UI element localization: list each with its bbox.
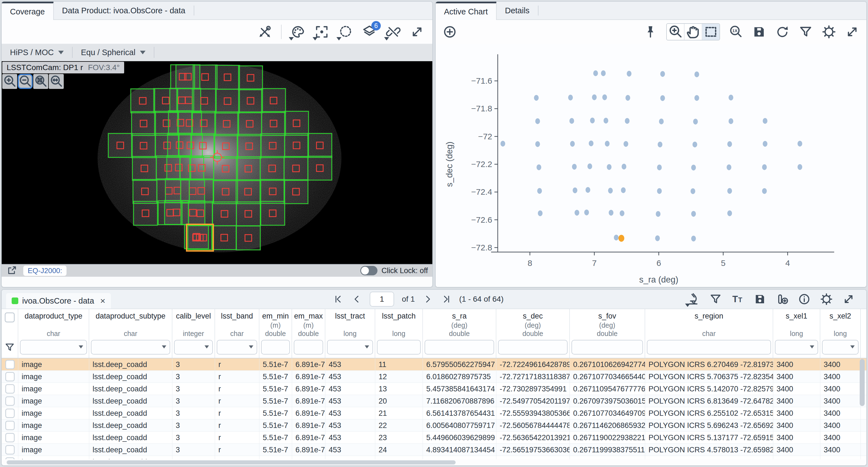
pan-hand-icon[interactable] — [685, 24, 702, 40]
hips-moc-dropdown[interactable]: HiPS / MOC — [2, 47, 72, 58]
column-name[interactable]: em_max — [294, 312, 323, 321]
row-checkbox[interactable] — [5, 433, 15, 442]
text-size-icon[interactable]: TT — [731, 293, 744, 306]
filter-s_region[interactable] — [647, 340, 771, 355]
filter-lsst_band[interactable] — [217, 340, 257, 355]
gear-icon[interactable] — [822, 24, 836, 39]
prev-page-icon[interactable] — [351, 294, 362, 304]
column-header-s_xel1[interactable]: s_xel1long — [773, 309, 820, 358]
column-name[interactable]: em_min — [262, 312, 289, 321]
column-name[interactable]: dataproduct_subtype — [96, 312, 165, 321]
column-header-lsst_patch[interactable]: lsst_patchlong — [375, 309, 423, 358]
column-header-em_min[interactable]: em_min(m)double — [259, 309, 292, 358]
column-header-s_region[interactable]: s_regionchar — [645, 309, 773, 358]
recenter-icon[interactable] — [314, 24, 329, 39]
expand-icon[interactable] — [842, 293, 855, 306]
gear-icon[interactable] — [820, 293, 833, 306]
column-header-s_ra[interactable]: s_ra(deg)double — [423, 309, 496, 358]
filter-s_dec[interactable] — [498, 340, 567, 355]
row-checkbox[interactable] — [5, 445, 15, 455]
column-name[interactable]: s_fov — [598, 312, 616, 321]
filter-em_min[interactable] — [261, 340, 290, 355]
scrollbar-thumb[interactable] — [7, 460, 456, 465]
column-header-dataproduct_type[interactable]: dataproduct_typechar — [18, 309, 89, 358]
filter-dataproduct_subtype[interactable] — [91, 340, 170, 355]
table-row[interactable]: imagelsst.deep_coadd3r5.51e-76.891e-7453… — [2, 383, 866, 395]
column-name[interactable]: lsst_patch — [382, 312, 416, 321]
row-checkbox[interactable] — [5, 384, 15, 394]
filter-icon[interactable] — [709, 293, 722, 306]
table-row[interactable]: imagelsst.deep_coadd3r5.51e-76.891e-7453… — [2, 407, 866, 420]
filter-em_max[interactable] — [294, 340, 323, 355]
zoom-1x-icon[interactable]: 1X — [728, 24, 743, 39]
filter-icon[interactable] — [798, 24, 813, 39]
sky-coverage-image[interactable] — [2, 61, 432, 277]
filter-icon[interactable] — [4, 341, 15, 354]
tab-active-chart[interactable]: Active Chart — [436, 2, 497, 20]
column-name[interactable]: calib_level — [176, 312, 211, 321]
column-name[interactable]: dataproduct_type — [25, 312, 83, 321]
close-icon[interactable]: × — [100, 296, 105, 306]
column-header-s_dec[interactable]: s_dec(deg)double — [496, 309, 570, 358]
column-header-s_xel2[interactable]: s_xel2long — [820, 309, 861, 358]
table-row[interactable]: imagelsst.deep_coadd3r5.51e-76.891e-7453… — [2, 371, 866, 383]
filter-s_fov[interactable] — [571, 340, 643, 355]
tab-coverage[interactable]: Coverage — [2, 2, 54, 20]
row-checkbox[interactable] — [5, 372, 15, 381]
zoom-out-button[interactable] — [18, 74, 33, 89]
column-header-em_max[interactable]: em_max(m)double — [292, 309, 326, 358]
column-name[interactable]: s_xel2 — [830, 312, 851, 321]
microscope-icon[interactable] — [687, 293, 700, 306]
pin-icon[interactable] — [643, 24, 658, 39]
table-tab[interactable]: ivoa.ObsCore - data × — [6, 293, 111, 308]
column-name[interactable]: lsst_tract — [335, 312, 365, 321]
tab-details[interactable]: Details — [497, 2, 538, 20]
refresh-icon[interactable] — [775, 24, 790, 39]
row-checkbox[interactable] — [5, 421, 15, 430]
table-row[interactable]: imagelsst.deep_coadd3r5.51e-76.891e-7453… — [2, 444, 866, 456]
sky-image-area[interactable]: LSSTComCam: DP1 r FOV:3.4° EQ-J2000: Cli… — [2, 61, 432, 277]
column-name[interactable]: s_region — [694, 312, 723, 321]
column-name[interactable]: lsst_band — [221, 312, 253, 321]
filter-calib_level[interactable] — [174, 340, 213, 355]
click-lock-toggle[interactable] — [360, 266, 377, 275]
zoom-in-button[interactable] — [2, 74, 17, 89]
column-header-lsst_band[interactable]: lsst_bandchar — [215, 309, 259, 358]
first-page-icon[interactable] — [333, 294, 344, 304]
filter-s_xel1[interactable] — [775, 340, 818, 355]
column-name[interactable]: s_dec — [523, 312, 542, 321]
filter-dataproduct_type[interactable] — [20, 340, 87, 355]
tab-data-product[interactable]: Data Product: ivoa.ObsCore - data — [54, 2, 194, 20]
scatter-chart[interactable]: −71.6−71.8−72−72.2−72.4−72.6−72.887654s_… — [436, 44, 866, 288]
table-row[interactable]: imagelsst.deep_coadd3r5.51e-76.891e-7453… — [2, 395, 866, 407]
zoom-fit-button[interactable] — [33, 74, 48, 89]
coord-system-chip[interactable]: EQ-J2000: — [23, 266, 66, 276]
column-header-dataproduct_subtype[interactable]: dataproduct_subtypechar — [89, 309, 173, 358]
row-checkbox[interactable] — [5, 360, 15, 369]
select-all-checkbox[interactable] — [5, 312, 15, 323]
table-row[interactable]: imagelsst.deep_coadd3r5.51e-76.891e-7453… — [2, 432, 866, 444]
filter-s_xel2[interactable] — [822, 340, 859, 355]
row-checkbox[interactable] — [5, 408, 15, 418]
table-row[interactable]: imagelsst.deep_coadd3r5.51e-76.891e-7453… — [2, 420, 866, 432]
column-header-s_fov[interactable]: s_fov(deg)double — [570, 309, 645, 358]
tools-icon[interactable] — [257, 24, 272, 39]
palette-icon[interactable] — [290, 24, 305, 39]
unlink-icon[interactable] — [386, 24, 401, 39]
column-name[interactable]: s_ra — [452, 312, 467, 321]
add-chart-icon[interactable] — [442, 24, 457, 39]
last-page-icon[interactable] — [441, 294, 452, 304]
vertical-scrollbar[interactable] — [860, 359, 865, 458]
add-column-icon[interactable] — [775, 293, 789, 306]
column-header-lsst_tract[interactable]: lsst_tractlong — [326, 309, 375, 358]
horizontal-scrollbar[interactable] — [2, 459, 866, 465]
filter-lsst_patch[interactable] — [377, 340, 421, 355]
info-icon[interactable] — [798, 293, 811, 306]
save-icon[interactable] — [752, 24, 767, 39]
scrollbar-thumb[interactable] — [860, 359, 865, 406]
layers-icon[interactable]: 6 — [362, 24, 377, 39]
expand-icon[interactable] — [410, 24, 425, 39]
row-checkbox[interactable] — [5, 396, 15, 406]
external-link-icon[interactable] — [6, 265, 17, 276]
column-header-calib_level[interactable]: calib_levelinteger — [173, 309, 215, 358]
